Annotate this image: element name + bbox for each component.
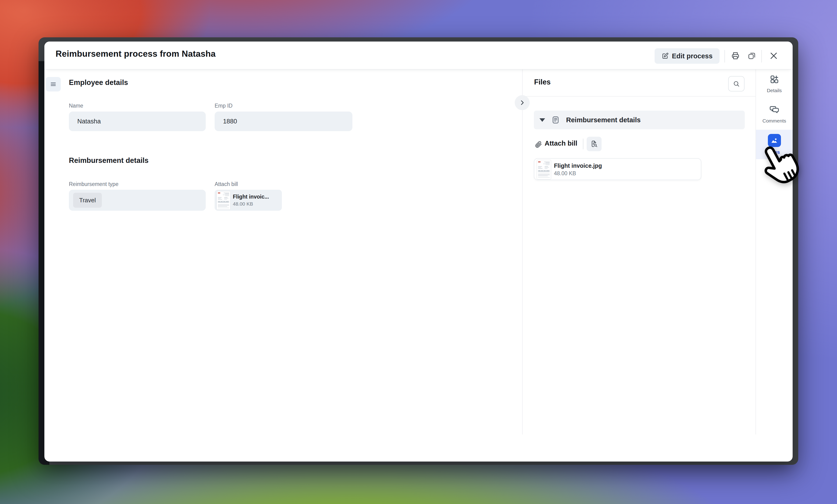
paperclip-icon [534,141,542,148]
sidebar-item-comments[interactable]: Comments [756,104,793,124]
emp-id-field[interactable]: 1880 [215,112,352,131]
page-title: Reimbursement process from Natasha [56,49,216,59]
comments-icon [769,104,780,115]
header-divider [761,50,762,62]
files-panel-divider [523,96,755,97]
attach-bill-label: Attach bill [215,181,238,187]
form-menu-button[interactable] [46,77,61,92]
edit-process-button[interactable]: Edit process [655,48,719,64]
preview-file-button[interactable] [587,137,602,151]
copy-icon [747,51,756,60]
edit-process-label: Edit process [672,52,713,60]
reimbursement-type-field[interactable]: Travel [69,190,206,211]
search-icon [733,80,740,88]
print-button[interactable] [729,49,742,62]
copy-button[interactable] [745,49,759,62]
attached-file-chip[interactable]: Flight invoic... 48.00 KB [215,190,282,211]
process-modal: Reimbursement process from Natasha Edit … [44,41,793,462]
file-card-name: Flight invoice.jpg [554,162,602,169]
close-button[interactable] [766,49,781,63]
files-group-reimbursement-details[interactable]: Reimbursement details [534,111,745,129]
file-search-icon [590,140,598,148]
files-panel-file-card[interactable]: Flight invoice.jpg 48.00 KB [534,158,701,180]
files-search-button[interactable] [728,76,745,92]
header-divider [725,50,725,62]
modal-header: Reimbursement process from Natasha Edit … [44,41,793,70]
files-panel-title: Files [534,78,551,86]
attached-file-size: 48.00 KB [233,201,253,207]
name-field-value: Natasha [77,118,101,125]
emp-id-field-label: Emp ID [215,102,233,109]
sidebar-label-comments: Comments [763,118,786,124]
travel-tag: Travel [73,193,102,208]
printer-icon [731,51,740,60]
caret-down-icon [539,118,545,122]
emp-id-field-value: 1880 [223,118,237,125]
files-group-label: Reimbursement details [566,116,641,124]
sidebar-divider [755,69,756,434]
section-title-employee-details: Employee details [69,78,128,87]
main-panel-divider [522,69,523,434]
close-icon [769,51,778,60]
sidebar-label-details: Details [767,88,782,93]
reimbursement-type-label: Reimbursement type [69,181,119,187]
files-attach-bill-label: Attach bill [545,139,577,147]
chevron-right-icon [519,99,526,106]
attached-file-name: Flight invoic... [233,194,269,200]
attach-row-divider [583,138,583,149]
invoice-thumbnail [537,160,551,180]
sidebar-item-details[interactable]: Details [756,74,793,93]
name-field-label: Name [69,102,83,109]
invoice-thumbnail [216,191,231,210]
form-doc-icon [551,115,560,124]
section-title-reimbursement-details: Reimbursement details [69,156,148,165]
name-field[interactable]: Natasha [69,112,206,131]
desktop-wallpaper: Reimbursement process from Natasha Edit … [0,0,837,504]
file-card-size: 48.00 KB [554,170,576,176]
grid-plus-icon [769,74,780,85]
hamburger-icon [50,80,57,88]
edit-icon [662,53,669,59]
collapse-panel-button[interactable] [515,95,530,110]
